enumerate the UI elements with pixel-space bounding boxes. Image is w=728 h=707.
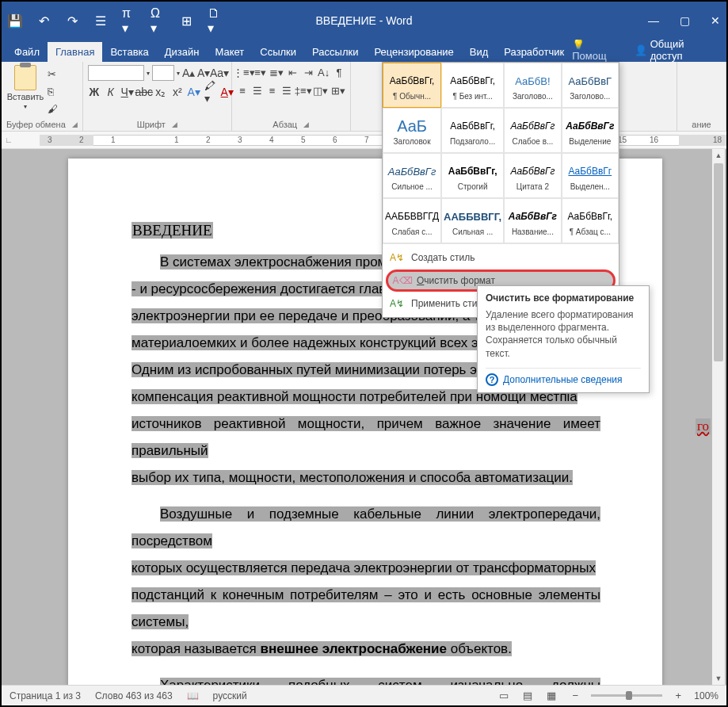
style-cell[interactable]: АаБбВвГгВыделение xyxy=(562,108,619,153)
tab-design[interactable]: Дизайн xyxy=(157,42,208,62)
indent-icon[interactable]: ⇥ xyxy=(303,65,314,79)
align-center-icon[interactable]: ☰ xyxy=(252,83,264,97)
style-cell[interactable]: АаБбВвГгСильное ... xyxy=(383,153,441,198)
create-style-item[interactable]: A↯ Создать стиль xyxy=(383,247,619,268)
tab-home[interactable]: Главная xyxy=(48,42,102,62)
tab-references[interactable]: Ссылки xyxy=(252,42,304,62)
language-status[interactable]: русский xyxy=(213,690,247,701)
web-layout-icon[interactable]: ▦ xyxy=(543,689,559,703)
share-button[interactable]: 👤 Общий доступ xyxy=(635,38,718,62)
tab-developer[interactable]: Разработчик xyxy=(496,42,572,62)
undo-icon[interactable]: ↶ xyxy=(36,13,51,28)
text-effects-icon[interactable]: A▾ xyxy=(188,85,200,99)
style-cell[interactable]: АаБЗаголовок xyxy=(383,108,441,153)
tab-mailings[interactable]: Рассылки xyxy=(304,42,366,62)
tooltip-title: Очистить все форматирование xyxy=(486,292,641,304)
style-cell[interactable]: АаБбВвГгНазвание... xyxy=(504,198,561,243)
bold-icon[interactable]: Ж xyxy=(88,85,101,99)
doc-paragraph-2[interactable]: Воздушные и подземные кабельные линии эл… xyxy=(131,501,600,663)
print-preview-icon[interactable]: 🗋 ▾ xyxy=(208,13,222,28)
doc-paragraph-3[interactable]: Характеристики подобных систем изначальн… xyxy=(131,672,600,685)
touch-mode-icon[interactable]: ☰ xyxy=(93,13,108,28)
spellcheck-word[interactable]: го xyxy=(696,418,711,434)
minimize-button[interactable]: — xyxy=(648,14,659,27)
tell-me-input[interactable]: 💡 Помощ xyxy=(572,38,621,62)
shading-icon[interactable]: ◫▾ xyxy=(314,83,328,97)
addins-icon[interactable]: ⊞ xyxy=(179,13,193,28)
outdent-icon[interactable]: ⇤ xyxy=(287,65,299,79)
save-icon[interactable]: 💾 xyxy=(8,13,22,28)
superscript-icon[interactable]: x² xyxy=(171,85,184,99)
status-bar: Страница 1 из 3 Слово 463 из 463 📖 русск… xyxy=(2,685,726,705)
window-title: ВВЕДЕНИЕ - Word xyxy=(316,14,413,27)
italic-icon[interactable]: К xyxy=(105,85,117,99)
scroll-up-icon[interactable]: ▲ xyxy=(712,149,725,162)
page-status[interactable]: Страница 1 из 3 xyxy=(10,690,81,701)
read-mode-icon[interactable]: ▭ xyxy=(496,689,512,703)
borders-icon[interactable]: ⊞▾ xyxy=(331,83,345,97)
zoom-in-button[interactable]: + xyxy=(670,689,686,703)
style-cell[interactable]: ААББВВГГДСлабая с... xyxy=(383,198,441,243)
style-cell[interactable]: АаБбВвГгЦитата 2 xyxy=(504,153,561,198)
line-spacing-icon[interactable]: ‡≡▾ xyxy=(296,83,311,97)
scroll-thumb[interactable] xyxy=(714,163,723,361)
style-cell[interactable]: АаБбВвГг,¶ Абзац с... xyxy=(562,198,619,243)
style-cell[interactable]: АаБбВ!Заголово... xyxy=(504,63,561,108)
highlight-icon[interactable]: 🖍▾ xyxy=(204,85,217,99)
bullets-icon[interactable]: ⋮≡▾ xyxy=(237,65,251,79)
symbol-icon[interactable]: Ω ▾ xyxy=(151,13,165,28)
format-painter-icon[interactable]: 🖌 xyxy=(48,103,60,116)
style-cell[interactable]: АаБбВвГг,¶ Обычн... xyxy=(383,63,441,108)
style-cell[interactable]: АаБбВвГгСлабое в... xyxy=(504,108,561,153)
tab-insert[interactable]: Вставка xyxy=(102,42,156,62)
close-button[interactable]: ✕ xyxy=(711,14,720,27)
style-cell[interactable]: АаБбВвГг,¶ Без инт... xyxy=(441,63,504,108)
justify-icon[interactable]: ☰ xyxy=(281,83,293,97)
tab-file[interactable]: Файл xyxy=(6,42,48,62)
tab-layout[interactable]: Макет xyxy=(207,42,252,62)
word-count[interactable]: Слово 463 из 463 xyxy=(95,690,173,701)
show-marks-icon[interactable]: ¶ xyxy=(333,65,345,79)
clipboard-launcher-icon[interactable]: ◢ xyxy=(72,120,78,128)
style-cell[interactable]: АаБбВвГг,Строгий xyxy=(441,153,504,198)
zoom-slider[interactable] xyxy=(591,694,662,697)
cut-icon[interactable]: ✂ xyxy=(48,68,60,81)
align-left-icon[interactable]: ≡ xyxy=(237,83,249,97)
underline-icon[interactable]: Ч▾ xyxy=(121,85,134,99)
style-cell[interactable]: АаБбВвГг,Подзаголо... xyxy=(441,108,504,153)
tab-review[interactable]: Рецензирование xyxy=(366,42,461,62)
proofing-icon[interactable]: 📖 xyxy=(187,690,199,701)
style-cell[interactable]: АаБбВвГЗаголово... xyxy=(562,63,619,108)
doc-heading[interactable]: ВВЕДЕНИЕ xyxy=(131,222,213,239)
font-launcher-icon[interactable]: ◢ xyxy=(172,120,177,128)
paste-icon xyxy=(14,65,36,90)
align-right-icon[interactable]: ≡ xyxy=(266,83,278,97)
style-cell[interactable]: АаБбВвГгВыделен... xyxy=(562,153,619,198)
tab-view[interactable]: Вид xyxy=(462,42,497,62)
scroll-down-icon[interactable]: ▼ xyxy=(712,672,725,685)
paragraph-launcher-icon[interactable]: ◢ xyxy=(303,120,309,128)
maximize-button[interactable]: ▢ xyxy=(680,14,690,27)
print-layout-icon[interactable]: ▤ xyxy=(520,689,536,703)
zoom-level[interactable]: 100% xyxy=(694,690,718,701)
tooltip-more-link[interactable]: ? Дополнительные сведения xyxy=(486,368,641,386)
multilevel-icon[interactable]: ≣▾ xyxy=(269,65,284,79)
strike-icon[interactable]: abc xyxy=(138,85,151,99)
grow-font-icon[interactable]: A▴ xyxy=(182,66,195,80)
redo-icon[interactable]: ↷ xyxy=(65,13,79,28)
change-case-icon[interactable]: Aa▾ xyxy=(212,66,227,80)
copy-icon[interactable]: ⎘ xyxy=(48,86,60,98)
vertical-scrollbar[interactable]: ▲ ▼ xyxy=(712,149,725,685)
font-size-input[interactable] xyxy=(152,65,174,81)
style-cell[interactable]: ААББВВГГ,Сильная ... xyxy=(441,198,504,243)
zoom-out-button[interactable]: − xyxy=(567,689,583,703)
tooltip-body: Удаление всего форматирования из выделен… xyxy=(486,308,641,360)
shrink-font-icon[interactable]: A▾ xyxy=(197,66,210,80)
numbering-icon[interactable]: ≡▾ xyxy=(254,65,266,79)
equation-icon[interactable]: π ▾ xyxy=(122,13,136,28)
sort-icon[interactable]: A↓ xyxy=(318,65,330,79)
paste-button[interactable]: Вставить ▾ xyxy=(6,65,44,116)
ruler-corner[interactable]: ∟ xyxy=(2,136,16,144)
subscript-icon[interactable]: x₂ xyxy=(154,85,167,99)
font-name-input[interactable] xyxy=(88,65,144,81)
